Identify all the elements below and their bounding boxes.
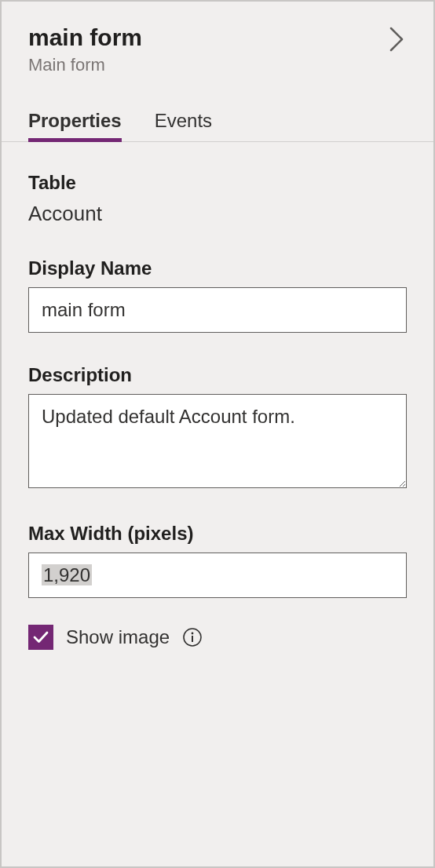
- chevron-right-icon[interactable]: [388, 24, 407, 57]
- show-image-checkbox[interactable]: [28, 625, 53, 650]
- table-value: Account: [28, 202, 407, 226]
- header-titles: main form Main form: [28, 24, 142, 75]
- display-name-group: Display Name: [28, 257, 407, 333]
- description-textarea[interactable]: [28, 394, 407, 488]
- show-image-label: Show image: [66, 626, 170, 648]
- tab-properties[interactable]: Properties: [28, 110, 122, 141]
- panel-header: main form Main form: [28, 24, 407, 75]
- max-width-input[interactable]: 1,920: [28, 553, 407, 598]
- display-name-input[interactable]: [28, 287, 407, 333]
- description-group: Description: [28, 364, 407, 491]
- max-width-value: 1,920: [42, 564, 92, 585]
- show-image-row: Show image: [28, 625, 407, 650]
- check-icon: [32, 629, 49, 646]
- table-label: Table: [28, 172, 407, 194]
- max-width-group: Max Width (pixels) 1,920: [28, 523, 407, 598]
- svg-point-1: [192, 633, 194, 635]
- info-icon[interactable]: [182, 627, 203, 647]
- svg-rect-2: [192, 636, 193, 642]
- max-width-label: Max Width (pixels): [28, 523, 407, 545]
- properties-panel: main form Main form Properties Events Ta…: [2, 2, 433, 650]
- panel-subtitle: Main form: [28, 55, 142, 75]
- description-label: Description: [28, 364, 407, 386]
- tab-events[interactable]: Events: [155, 110, 212, 141]
- display-name-label: Display Name: [28, 257, 407, 279]
- panel-title: main form: [28, 24, 142, 52]
- table-section: Table Account: [28, 172, 407, 226]
- tab-bar: Properties Events: [2, 110, 433, 142]
